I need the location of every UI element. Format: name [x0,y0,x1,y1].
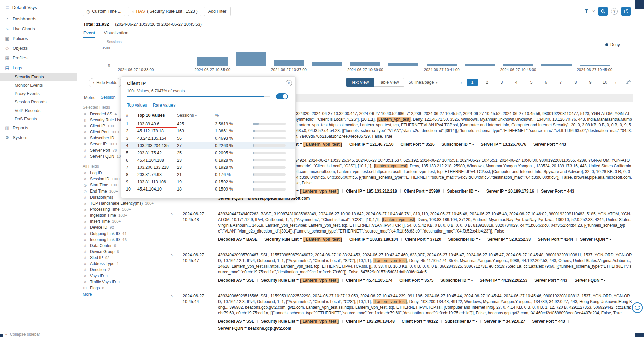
tab-session[interactable]: Session [101,95,115,101]
feedback-smiley-button[interactable] [631,302,643,315]
tab-metric[interactable]: Metric [84,95,95,101]
field-item-device-group[interactable]: #Device Group6 [83,249,163,255]
field-item-insert-time[interactable]: aInsert Time100+ [83,218,163,224]
top-value-row[interactable]: 9103.81.113.106190.1592 % [121,178,295,186]
page-button-5[interactable]: 5 [526,79,537,86]
tab-top-values[interactable]: Top values [127,103,147,109]
field-item-data-center[interactable]: #Data Center6 [83,243,163,249]
chart-bar[interactable] [274,60,304,66]
summary-key: Server FQDN = [218,326,248,331]
sidebar-item-reports[interactable]: ▥Reports [0,123,77,133]
field-item-address-type[interactable]: aAddress Type1 [83,261,163,267]
chart-bar[interactable] [350,62,380,66]
log-row[interactable]: ›2024-06-2710:45:48439349442749407263, B… [169,206,633,247]
field-label: Security Rule List [90,118,121,122]
log-row[interactable]: ›2024-06-2710:45:44439349366929516566, S… [169,288,633,336]
more-fields-link[interactable]: More [83,292,163,297]
sidebar-item-security-events[interactable]: Security Events [0,73,77,81]
expand-chevron-icon[interactable]: › [169,252,179,283]
rule-filter-chip[interactable]: × HAS ( Security Rule List , 1523 ) [128,7,201,16]
page-button-7[interactable]: 7 [555,79,566,86]
top-value-row[interactable]: 645.41.104.188230.1928 % [121,157,295,164]
sidebar-item-session-records[interactable]: Session Records [0,98,77,106]
chart-legend[interactable]: Deny [605,42,620,47]
sidebar-item-policies[interactable]: ▣Policies [0,34,77,43]
field-item-processing-time[interactable]: aProcessing Time100+ [83,206,163,212]
search-button[interactable] [598,7,608,16]
sidebar-item-dashboards[interactable]: ◔Dashboards [0,14,77,24]
field-item-flags[interactable]: 01Flags8 [83,285,163,291]
field-item-vsys-id[interactable]: aVsys ID1 [83,273,163,279]
chart-bar[interactable] [236,52,266,66]
help-icon[interactable]: ? [611,8,618,15]
clear-filter-icon[interactable]: × [592,9,595,14]
export-button[interactable] [621,7,631,16]
chart-bar[interactable] [427,64,457,66]
field-item-direction[interactable]: #Direction2 [83,267,163,273]
chart-bar[interactable] [465,64,495,66]
page-button-9[interactable]: 9 [585,79,596,86]
pin-icon[interactable] [626,79,631,86]
collapse-sidebar[interactable]: « Collapse sidebar [5,332,40,337]
vsys-selector[interactable]: ≣ Default Vsys [0,0,77,14]
page-button-1[interactable]: 1 [467,79,478,86]
field-item-ingestion-time[interactable]: aIngestion Time100+ [83,212,163,218]
col-sessions[interactable]: Sessions ▾ [177,113,215,118]
top-value-row[interactable]: 1103.89.49.64253.5619 % [121,120,295,128]
sidebar-item-logs[interactable]: ▤Logs [0,63,77,73]
sidebar-item-live-charts[interactable]: ∿Live Charts [0,24,77,34]
top-value-row[interactable]: 4103.233.204.135270.2263 % [121,142,295,150]
sidebar-item-proxy-events[interactable]: Proxy Events [0,89,77,98]
field-item-traffic-vsys-id[interactable]: aTraffic Vsys ID1 [83,279,163,285]
page-button-6[interactable]: 6 [541,79,551,86]
top-value-row[interactable]: 5203.81.75.42250.2095 % [121,149,295,157]
field-item-device-id[interactable]: #Device ID92 [83,224,163,230]
remove-filter-icon[interactable]: × [132,9,134,14]
chart-bar[interactable] [541,64,572,66]
top-value-row[interactable]: 8203.81.74.98210.176 % [121,171,295,178]
page-button-8[interactable]: 8 [570,79,581,86]
chart-bar[interactable] [312,62,342,66]
sidebar-item-monitor-events[interactable]: Monitor Events [0,81,77,89]
text-view-button[interactable]: Text View [346,78,374,87]
expand-chevron-icon[interactable]: › [169,211,179,242]
page-button-2[interactable]: 2 [482,79,492,86]
close-icon[interactable]: × [286,80,292,86]
field-item-incoming-link-id[interactable]: aIncoming Link ID46 [83,237,163,243]
top-value-row[interactable]: 245.112.178.181631.3661 % [121,128,295,135]
field-item-sled-ip[interactable]: #Sled IP92 [83,255,163,261]
value-bar-fill [253,159,254,161]
prev-page-icon[interactable]: ‹ [460,80,462,85]
field-item-tcp-handshake-latency-ms[interactable]: aTCP Handshake Latency(ms)100+ [83,200,163,206]
chart-bar[interactable] [580,65,610,66]
page-button-4[interactable]: 4 [511,79,522,86]
funnel-icon[interactable] [584,8,589,14]
log-row[interactable]: ›2024-06-2710:45:47439349420985708467, S… [169,247,633,288]
chart-bar[interactable] [388,63,418,66]
toggle-switch[interactable] [276,93,288,99]
page-button-10[interactable]: 10 [600,79,610,86]
sidebar-item-dos-events[interactable]: DoS Events [0,115,77,123]
expand-chevron-icon[interactable]: › [169,293,179,331]
time-filter-chip[interactable]: ◷ Custom Time ... [83,7,125,16]
next-page-icon[interactable]: › [615,80,617,85]
sidebar-item-profiles[interactable]: ▦Profiles [0,53,77,63]
field-item-outgoing-link-id[interactable]: aOutgoing Link ID41 [83,230,163,237]
page-size-select[interactable]: 50 lines/page ▾ [409,78,437,87]
top-value-row[interactable]: 343.242.135.154560.4693 % [121,135,295,142]
sidebar-item-voip-records[interactable]: VoIP Records [0,106,77,115]
sidebar-item-system[interactable]: ⚙System [0,133,77,142]
tab-rare-values[interactable]: Rare values [153,103,176,109]
top-value-row[interactable]: 1045.41.104.10180.1509 % [121,185,295,193]
hide-fields-button[interactable]: ‹ Hide Fields [89,78,122,87]
chart-bar[interactable] [197,57,228,66]
page-button-3[interactable]: 3 [496,79,507,86]
sidebar-item-objects[interactable]: ◇Objects [0,43,77,53]
table-view-button[interactable]: Table View [374,78,404,87]
scrollbar-track[interactable] [635,0,644,337]
add-filter-button[interactable]: Add Filter [204,7,231,16]
tab-event[interactable]: Event [83,30,95,38]
top-value-row[interactable]: 7103.200.133.218230.1928 % [121,164,295,171]
chart-bar[interactable] [503,64,533,66]
tab-visualization[interactable]: Visualization [104,30,128,38]
